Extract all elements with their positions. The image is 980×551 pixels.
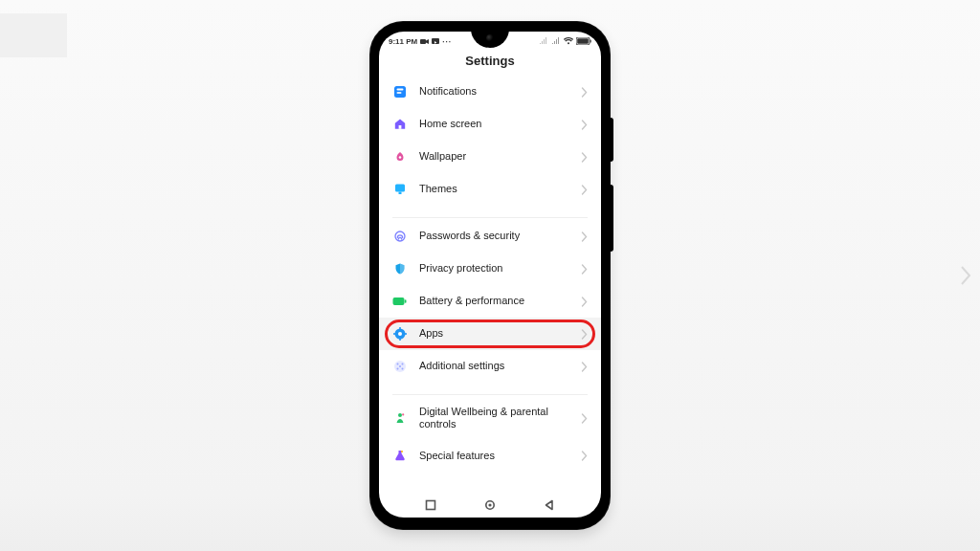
section-gap bbox=[379, 383, 601, 392]
battery-icon bbox=[392, 294, 408, 309]
dots-grid-icon bbox=[392, 359, 408, 374]
phone-frame: 9:11 PM ··· bbox=[370, 22, 610, 529]
chevron-right-icon bbox=[581, 297, 588, 307]
svg-rect-8 bbox=[399, 125, 402, 129]
status-time: 9:11 PM bbox=[389, 37, 417, 46]
chevron-right-icon bbox=[581, 185, 588, 195]
row-label: Digital Wellbeing & parental controls bbox=[419, 406, 569, 430]
row-label: Wallpaper bbox=[419, 150, 569, 163]
settings-row-wallpaper[interactable]: Wallpaper bbox=[379, 141, 601, 173]
svg-point-22 bbox=[397, 364, 399, 365]
row-label: Notifications bbox=[419, 85, 569, 98]
row-label: Passwords & security bbox=[419, 230, 569, 242]
svg-rect-10 bbox=[395, 185, 405, 192]
svg-rect-19 bbox=[393, 333, 396, 335]
battery-icon bbox=[576, 37, 591, 45]
phone-volume-button bbox=[610, 118, 613, 162]
chevron-right-icon bbox=[581, 329, 588, 340]
flask-icon bbox=[392, 448, 408, 463]
system-nav-bar bbox=[379, 493, 601, 518]
row-label: Special features bbox=[419, 450, 569, 462]
settings-row-battery[interactable]: Battery & performance bbox=[379, 285, 601, 318]
home-icon bbox=[392, 117, 408, 132]
row-label: Privacy protection bbox=[419, 262, 569, 275]
camera-icon bbox=[420, 38, 429, 45]
settings-row-home-screen[interactable]: Home screen bbox=[379, 108, 601, 141]
chevron-right-icon bbox=[581, 264, 588, 275]
svg-rect-11 bbox=[399, 192, 402, 195]
nav-recent-button[interactable] bbox=[424, 498, 437, 512]
row-label: Additional settings bbox=[419, 360, 569, 372]
svg-point-32 bbox=[488, 503, 491, 506]
svg-rect-3 bbox=[577, 38, 589, 44]
svg-rect-14 bbox=[405, 299, 407, 302]
svg-rect-4 bbox=[590, 39, 591, 42]
row-label: Apps bbox=[419, 327, 569, 340]
svg-point-27 bbox=[398, 413, 402, 417]
svg-rect-0 bbox=[420, 39, 426, 44]
phone-power-button bbox=[610, 185, 613, 252]
chevron-right-icon bbox=[581, 120, 588, 130]
gear-icon bbox=[392, 326, 408, 342]
settings-row-notifications[interactable]: Notifications bbox=[379, 76, 601, 108]
chevron-right-icon bbox=[581, 87, 588, 98]
nav-home-button[interactable] bbox=[483, 498, 497, 512]
settings-row-special[interactable]: Special features bbox=[379, 439, 601, 472]
settings-row-additional[interactable]: Additional settings bbox=[379, 350, 601, 383]
settings-row-wellbeing[interactable]: Digital Wellbeing & parental controls bbox=[379, 397, 601, 439]
signal-icon bbox=[539, 37, 548, 45]
row-label: Themes bbox=[419, 183, 569, 195]
svg-rect-20 bbox=[404, 333, 407, 335]
chevron-right-icon bbox=[581, 362, 588, 372]
svg-point-25 bbox=[402, 368, 404, 370]
themes-icon bbox=[392, 182, 408, 197]
more-indicator: ··· bbox=[442, 37, 452, 46]
nav-back-button[interactable] bbox=[543, 498, 556, 512]
row-label: Battery & performance bbox=[419, 295, 569, 307]
svg-point-16 bbox=[398, 332, 402, 336]
svg-rect-13 bbox=[393, 298, 405, 305]
phone-screen: 9:11 PM ··· bbox=[379, 32, 601, 518]
svg-rect-18 bbox=[399, 338, 401, 341]
svg-point-9 bbox=[399, 156, 402, 159]
svg-point-29 bbox=[401, 451, 403, 452]
row-label: Home screen bbox=[419, 118, 569, 130]
wellbeing-icon bbox=[392, 410, 408, 426]
notifications-icon bbox=[392, 84, 408, 99]
wallpaper-icon bbox=[392, 149, 408, 165]
section-gap bbox=[379, 206, 601, 215]
wifi-icon bbox=[564, 37, 573, 45]
svg-rect-30 bbox=[427, 501, 435, 510]
svg-point-12 bbox=[395, 231, 405, 241]
svg-rect-7 bbox=[397, 92, 402, 94]
svg-point-28 bbox=[402, 413, 404, 415]
carousel-next-button[interactable] bbox=[957, 261, 974, 290]
settings-row-privacy[interactable]: Privacy protection bbox=[379, 253, 601, 285]
svg-point-23 bbox=[402, 364, 404, 365]
signal-icon-2 bbox=[551, 37, 561, 45]
divider bbox=[392, 394, 588, 395]
svg-point-26 bbox=[399, 365, 401, 367]
screen-icon bbox=[432, 38, 439, 45]
svg-point-24 bbox=[397, 368, 399, 370]
settings-row-passwords-security[interactable]: Passwords & security bbox=[379, 220, 601, 253]
shield-icon bbox=[392, 261, 408, 276]
chevron-right-icon bbox=[581, 231, 588, 242]
settings-list: NotificationsHome screenWallpaperThemesP… bbox=[379, 76, 601, 493]
chevron-right-icon bbox=[581, 152, 588, 163]
page-title: Settings bbox=[379, 51, 601, 76]
decorative-panel bbox=[0, 13, 67, 57]
fingerprint-icon bbox=[392, 229, 408, 244]
chevron-right-icon bbox=[581, 413, 588, 424]
svg-rect-6 bbox=[397, 89, 404, 91]
svg-rect-17 bbox=[399, 327, 401, 330]
divider bbox=[392, 217, 588, 218]
settings-row-apps[interactable]: Apps bbox=[379, 318, 601, 350]
chevron-right-icon bbox=[581, 451, 588, 461]
settings-row-themes[interactable]: Themes bbox=[379, 173, 601, 206]
